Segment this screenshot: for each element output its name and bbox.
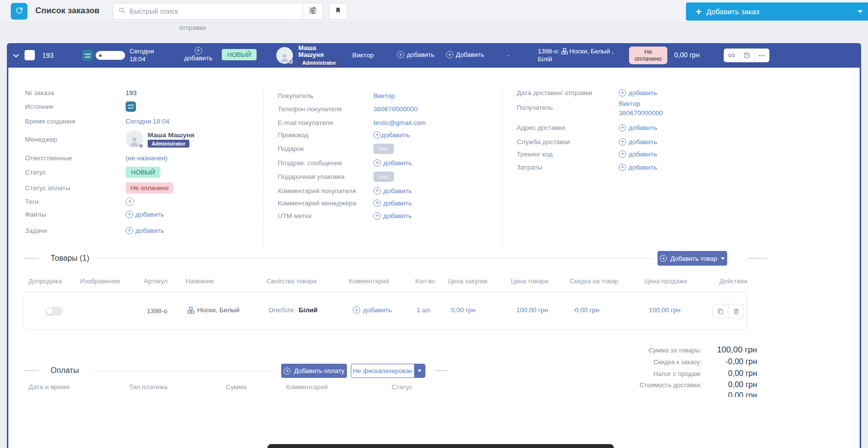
sliders-icon <box>308 6 317 17</box>
col-qty: Кол-во <box>415 277 435 285</box>
shop-logo-pill <box>96 51 125 60</box>
search-input[interactable]: Быстрый поиск <box>113 3 303 19</box>
add-expenses-link[interactable]: добавить <box>619 164 657 171</box>
product-qty[interactable]: 1 шт. <box>417 306 432 314</box>
variants-icon <box>561 48 570 55</box>
dark-strip <box>267 444 614 448</box>
col-purchase-price: Цена закупки <box>448 277 487 285</box>
circle-plus-icon <box>619 89 626 97</box>
order-created-time[interactable]: Сегодня 18:04 <box>130 48 154 63</box>
product-price[interactable]: 100,00 грн <box>516 306 548 314</box>
divider-line <box>91 258 655 259</box>
page-title: Список заказов <box>35 6 100 16</box>
summary-row-sales-tax: Налог с продаж: 0,00 грн <box>564 369 757 378</box>
circle-x-icon[interactable] <box>126 198 134 206</box>
gift-badge[interactable]: Нет <box>373 144 394 154</box>
add-files-link[interactable]: добавить <box>126 211 164 218</box>
chevron-down-icon <box>858 10 863 13</box>
upsell-toggle[interactable] <box>45 307 63 316</box>
field-manager-comment: Комментарий менеджера добавить <box>278 197 412 209</box>
status-badge[interactable]: НОВЫЙ <box>126 167 160 178</box>
add-utm-link[interactable]: добавить <box>373 212 412 220</box>
field-gift: Подарок Нет <box>278 143 394 154</box>
manager-name: Маша Машуня <box>298 45 324 58</box>
ellipsis-icon <box>759 53 765 58</box>
payment-status-badge[interactable]: Не оплачено <box>629 47 667 64</box>
presence-dot <box>139 144 143 148</box>
chevron-down-icon[interactable] <box>414 364 425 377</box>
manager-name[interactable]: Маша Машуня <box>148 131 194 139</box>
header-product-summary: 1398-о: Носки, Белый , Білій <box>538 48 636 63</box>
field-expenses: Затраты добавить <box>517 161 657 173</box>
header-dash: - <box>507 51 509 59</box>
add-promocode-link[interactable]: добавить <box>373 131 410 139</box>
saved-filters-button[interactable] <box>329 3 347 20</box>
buyer-name[interactable]: Виктор <box>352 51 374 59</box>
horoshop-source-icon[interactable]: хоро шоп <box>126 101 136 112</box>
order-checkbox[interactable] <box>25 50 35 60</box>
link-icon <box>728 51 736 59</box>
circle-plus-icon <box>373 212 381 220</box>
history-button[interactable] <box>739 49 754 62</box>
field-tasks: Задачи добавить <box>25 224 164 236</box>
field-created-time: Время создания Сегодня 18:04 <box>25 115 169 127</box>
toolbar: Список заказов Быстрый поиск Добавить за… <box>0 0 868 23</box>
payments-section-title: Оплаты <box>51 366 79 375</box>
add-order-button[interactable]: Добавить заказ <box>686 2 868 21</box>
add-service-link[interactable]: добавить <box>619 138 657 146</box>
status-badge[interactable]: НОВЫЙ <box>222 49 257 60</box>
field-source: Источник хоро шоп . <box>25 100 141 112</box>
col-sale-price: Цена продажи <box>644 277 687 285</box>
divider-line <box>91 371 273 371</box>
more-actions-button[interactable] <box>754 49 769 62</box>
add-buyer-comment-link[interactable]: добавить <box>373 187 412 195</box>
fiscalization-dropdown[interactable]: Не фискализирован <box>351 364 425 378</box>
duplicate-product-button[interactable] <box>713 304 728 318</box>
gift-wrap-badge[interactable]: Нет <box>373 172 394 182</box>
product-sale-price[interactable]: 100,00 грн <box>649 306 681 314</box>
add-manager-comment-link[interactable]: добавить <box>373 199 412 207</box>
field-files: Файлы добавить <box>25 208 164 220</box>
horoshop-source-icon: хоро шоп <box>82 50 93 61</box>
delete-product-button[interactable] <box>728 304 743 318</box>
add-tracking-link[interactable]: добавить <box>619 150 657 158</box>
collapse-chevron-icon[interactable] <box>11 50 21 62</box>
field-order-number: № заказа 193 <box>25 87 137 99</box>
header-add-stacked[interactable]: добавить <box>175 47 222 62</box>
product-properties: OneSize: Білий <box>268 306 317 314</box>
add-address-link[interactable]: добавить <box>619 124 657 131</box>
summary-row-clipped: 0,00 грн <box>564 391 757 397</box>
circle-plus-icon <box>373 199 381 207</box>
payment-status-badge[interactable]: Не оплачено <box>126 182 173 194</box>
add-product-comment-link[interactable]: добавить <box>353 306 392 314</box>
divider-dash <box>435 370 448 371</box>
circle-plus-icon <box>373 159 381 167</box>
add-order-label: Добавить заказ <box>707 7 760 16</box>
add-delivery-date-link[interactable]: добавить <box>619 89 657 97</box>
circle-plus-icon <box>126 211 133 218</box>
add-product-button[interactable]: Добавить товар <box>658 251 727 266</box>
manager-avatar <box>126 130 143 148</box>
col-comment: Комментарий <box>349 277 389 285</box>
product-purchase-price[interactable]: 0,00 грн <box>451 306 475 314</box>
add-task-link[interactable]: добавить <box>126 227 164 234</box>
product-name[interactable]: Носки, Белый <box>187 306 239 314</box>
header-add-link-1[interactable]: добавить <box>397 51 434 58</box>
product-discount[interactable]: -0,00 грн <box>573 306 599 314</box>
order-header-row[interactable]: 193 хоро шоп Сегодня 18:04 добавить НОВЫ… <box>7 43 861 68</box>
add-greeting-link[interactable]: добавить <box>373 159 412 167</box>
col-properties: Свойства товара <box>266 277 316 285</box>
products-section-title: Товары (1) <box>51 254 89 263</box>
filters-button[interactable] <box>303 3 322 19</box>
circle-plus-icon <box>619 124 626 131</box>
divider-dash <box>747 258 767 259</box>
order-total: 0,00 грн <box>674 51 700 59</box>
pay-col-type: Тип платежа <box>129 383 168 391</box>
circle-plus-icon <box>619 138 626 146</box>
add-payment-button[interactable]: Добавить оплату <box>281 364 347 378</box>
copy-link-button[interactable] <box>724 49 739 62</box>
header-add-link-2[interactable]: Добавить <box>446 51 484 58</box>
pay-col-datetime: Дата и время <box>28 383 70 391</box>
refresh-button[interactable] <box>11 3 27 20</box>
column-divider <box>263 91 263 246</box>
